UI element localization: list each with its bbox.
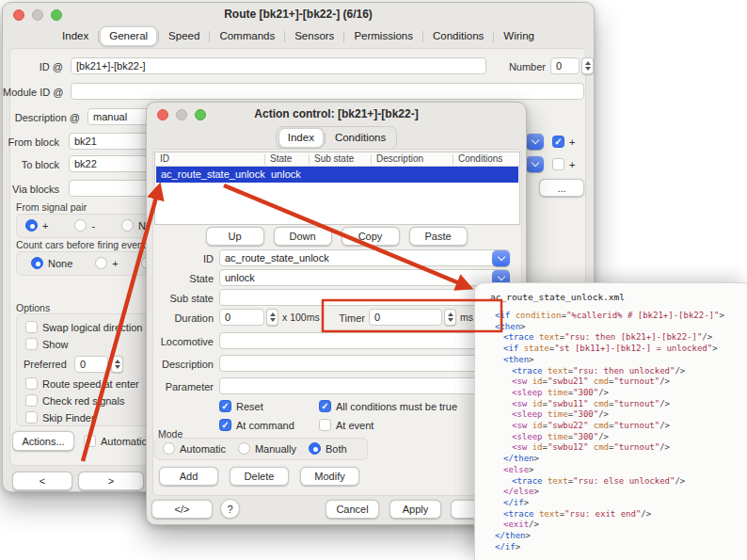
- locomotive-field[interactable]: [219, 332, 509, 349]
- tab-conditions[interactable]: Conditions: [424, 27, 492, 45]
- sub-state-label: Sub state: [147, 290, 214, 307]
- column-header-state[interactable]: State: [270, 153, 292, 164]
- checkbox-box[interactable]: [25, 411, 38, 424]
- number-field[interactable]: 0: [550, 57, 580, 74]
- column-header-id[interactable]: ID: [160, 153, 169, 164]
- to-block-dropdown-icon[interactable]: [526, 156, 544, 172]
- checkbox-box[interactable]: ✓: [219, 419, 231, 431]
- sub-state-field[interactable]: [219, 289, 509, 306]
- preferred-stepper[interactable]: [111, 356, 123, 373]
- via-blocks-browse-button[interactable]: ...: [539, 179, 584, 197]
- radio-label: +: [112, 258, 118, 269]
- tab-conditions[interactable]: Conditions: [326, 129, 394, 147]
- minimize-icon[interactable]: [176, 109, 187, 120]
- count-cars-label: Count cars before firing events.: [16, 239, 153, 250]
- copy-button[interactable]: Copy: [342, 227, 400, 246]
- help-button[interactable]: ?: [220, 499, 240, 519]
- preferred-field[interactable]: 0: [74, 356, 108, 373]
- close-icon[interactable]: [157, 109, 168, 120]
- tab-index[interactable]: Index: [278, 128, 324, 148]
- checkbox-show[interactable]: Show: [25, 338, 157, 350]
- radio-item[interactable]: -: [74, 219, 95, 232]
- checkbox-at-event[interactable]: At event: [319, 419, 457, 431]
- module-id-field[interactable]: [71, 83, 584, 100]
- tab-permissions[interactable]: Permissions: [345, 27, 421, 45]
- checkbox-skip-finder[interactable]: Skip Finder: [25, 411, 139, 424]
- radio-item[interactable]: +: [95, 257, 118, 269]
- action-edit-buttons: AddDeleteModify: [159, 467, 359, 486]
- timer-field[interactable]: 0: [369, 309, 442, 326]
- paste-button[interactable]: Paste: [409, 227, 468, 246]
- cancel-button[interactable]: Cancel: [326, 500, 379, 519]
- radio-automatic[interactable]: Automatic: [163, 442, 226, 455]
- tab-speed[interactable]: Speed: [160, 27, 208, 45]
- number-stepper[interactable]: [581, 57, 594, 74]
- delete-button[interactable]: Delete: [230, 467, 289, 486]
- actions-button[interactable]: Actions...: [12, 431, 74, 451]
- close-icon[interactable]: [13, 9, 24, 21]
- checkbox-route-speed-at-enter[interactable]: Route speed at enter: [25, 377, 139, 390]
- duration-field[interactable]: 0: [219, 309, 264, 326]
- action-titlebar[interactable]: Action control: [bk21+]-[bk22-]: [147, 103, 526, 125]
- tab-commands[interactable]: Commands: [211, 27, 283, 45]
- checkbox-box[interactable]: [319, 419, 331, 431]
- modify-button[interactable]: Modify: [300, 467, 359, 486]
- next-route-button[interactable]: >: [78, 472, 144, 490]
- radio-manually[interactable]: Manually: [238, 442, 296, 455]
- duration-stepper[interactable]: [266, 309, 278, 326]
- timer-stepper[interactable]: [444, 309, 456, 326]
- add-button[interactable]: Add: [159, 467, 218, 486]
- action-id-dropdown-icon[interactable]: [492, 250, 510, 266]
- radio-none[interactable]: None: [31, 257, 72, 269]
- actions-table[interactable]: IDStateSub stateDescriptionConditions ac…: [154, 152, 520, 225]
- state-combo[interactable]: unlock: [219, 269, 509, 286]
- checkbox-all-conditions-must-be-true[interactable]: ✓All conditions must be true: [319, 400, 457, 412]
- up-button[interactable]: Up: [206, 227, 264, 246]
- to-block-checkbox[interactable]: [552, 158, 564, 170]
- column-separator: [453, 154, 453, 165]
- count-cars-radios: None+-: [31, 257, 161, 269]
- from-block-dropdown-icon[interactable]: [526, 134, 544, 150]
- checkbox-box[interactable]: [25, 321, 38, 333]
- radio-both[interactable]: Both: [309, 442, 347, 455]
- locomotive-label: Locomotive: [147, 333, 214, 350]
- xml-code-line: <trace text="rsu: exit end"/>: [483, 509, 745, 520]
- checkbox-check-red-signals[interactable]: Check red signals: [25, 394, 139, 407]
- tab-index[interactable]: Index: [54, 27, 97, 45]
- checkbox-box[interactable]: ✓: [319, 400, 331, 412]
- column-header-conditions[interactable]: Conditions: [458, 153, 502, 164]
- checkbox-swap-logical-direction-po[interactable]: Swap logical direction po: [25, 321, 157, 333]
- action-description-field[interactable]: [219, 355, 509, 372]
- tab-wiring[interactable]: Wiring: [495, 27, 543, 45]
- column-header-description[interactable]: Description: [376, 153, 423, 164]
- minimize-icon[interactable]: [32, 9, 43, 21]
- tab-general[interactable]: General: [100, 26, 157, 46]
- automatic-checkbox-row: Automatic g: [84, 435, 155, 447]
- checkbox-at-command[interactable]: ✓At command: [219, 419, 319, 431]
- radio-label: -: [91, 220, 95, 232]
- route-titlebar[interactable]: Route [bk21+]-[bk22-] (6/16): [3, 3, 594, 25]
- xml-code-block: <if condition="%callerid% # [bk21+]-[bk2…: [483, 311, 745, 558]
- checkbox-box[interactable]: [25, 338, 38, 350]
- checkbox-box[interactable]: [25, 394, 38, 407]
- checkbox-reset[interactable]: ✓Reset: [219, 400, 319, 412]
- radio-item[interactable]: +: [25, 219, 48, 232]
- automatic-checkbox[interactable]: [84, 435, 96, 447]
- actions-table-selected-row[interactable]: ac_route_state_unlockunlock: [156, 167, 518, 183]
- tab-sensors[interactable]: Sensors: [286, 27, 342, 45]
- parameter-field[interactable]: [219, 377, 509, 394]
- action-id-combo[interactable]: ac_route_state_unlock: [219, 249, 509, 266]
- action-tab-bar: IndexConditions: [276, 126, 397, 150]
- action-control-window: Action control: [bk21+]-[bk22-] IndexCon…: [146, 102, 527, 525]
- from-block-checkbox[interactable]: ✓: [552, 136, 564, 148]
- timer-label: Timer: [332, 310, 365, 327]
- previous-route-button[interactable]: <: [12, 472, 72, 490]
- apply-button[interactable]: Apply: [389, 500, 441, 519]
- xml-code-button[interactable]: </>: [151, 500, 213, 519]
- xml-code-line: <sw id="swbu11" cmd="turnout"/>: [483, 399, 745, 410]
- column-header-sub-state[interactable]: Sub state: [314, 153, 354, 164]
- route-id-field[interactable]: [bk21+]-[bk22-]: [71, 57, 486, 74]
- checkbox-box[interactable]: ✓: [219, 400, 231, 412]
- down-button[interactable]: Down: [274, 227, 332, 246]
- checkbox-box[interactable]: [25, 377, 38, 390]
